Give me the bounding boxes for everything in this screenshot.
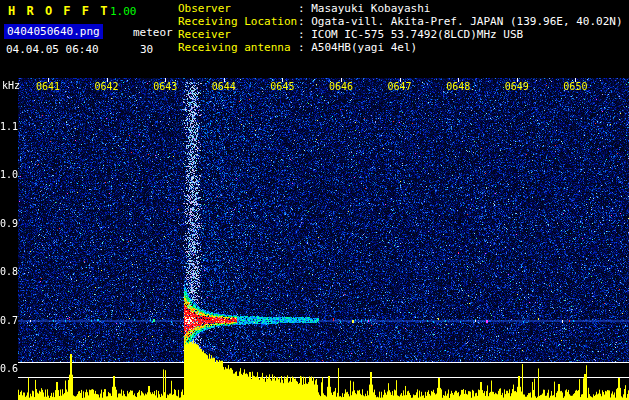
time-tick-label: 0645 [270, 81, 294, 92]
hrofft-spectrogram-image: H R O F F T 1.00 0404050640.png meteor 0… [0, 0, 629, 400]
field-label: Receiver [178, 28, 298, 41]
spectrogram-canvas [18, 78, 629, 400]
station-field-row: Receiver: ICOM IC-575 53.7492(8LCD)MHz U… [178, 28, 623, 41]
field-label: Receiving antenna [178, 41, 298, 54]
time-tick-label: 0647 [388, 81, 412, 92]
mode-label: meteor [133, 26, 173, 39]
freq-tick-label: 0.7 [0, 315, 15, 326]
time-tick-label: 0644 [212, 81, 236, 92]
time-tick-label: 0648 [446, 81, 470, 92]
field-label: Observer [178, 2, 298, 15]
interval-value: 30 [140, 43, 153, 56]
freq-tick-label: 0.9 [0, 218, 15, 229]
time-tick-label: 0641 [36, 81, 60, 92]
field-value: : Masayuki Kobayashi [298, 2, 430, 15]
freq-tick-label: 1.0 [0, 169, 15, 180]
datetime-label: 04.04.05 06:40 [6, 43, 99, 56]
field-value: : Ogata-vill. Akita-Pref. JAPAN (139.96E… [298, 15, 623, 28]
time-tick-label: 0650 [563, 81, 587, 92]
freq-tick-label: 1.1 [0, 121, 15, 132]
time-tick-label: 0649 [505, 81, 529, 92]
filename-badge: 0404050640.png [4, 24, 103, 39]
freq-unit-label: kHz [2, 80, 20, 91]
station-field-row: Receiving antenna: A504HB(yagi 4el) [178, 41, 623, 54]
field-value: : ICOM IC-575 53.7492(8LCD)MHz USB [298, 28, 523, 41]
time-tick-label: 0646 [329, 81, 353, 92]
freq-tick-label: 0.8 [0, 266, 15, 277]
field-value: : A504HB(yagi 4el) [298, 41, 417, 54]
station-field-row: Receiving Location: Ogata-vill. Akita-Pr… [178, 15, 623, 28]
app-title: H R O F F T [8, 4, 109, 18]
station-field-row: Observer: Masayuki Kobayashi [178, 2, 623, 15]
app-version: 1.00 [110, 5, 137, 18]
field-label: Receiving Location [178, 15, 298, 28]
time-tick-label: 0643 [153, 81, 177, 92]
time-tick-label: 0642 [95, 81, 119, 92]
freq-tick-label: 0.6 [0, 363, 15, 374]
station-info: Observer: Masayuki Kobayashi Receiving L… [178, 2, 623, 54]
